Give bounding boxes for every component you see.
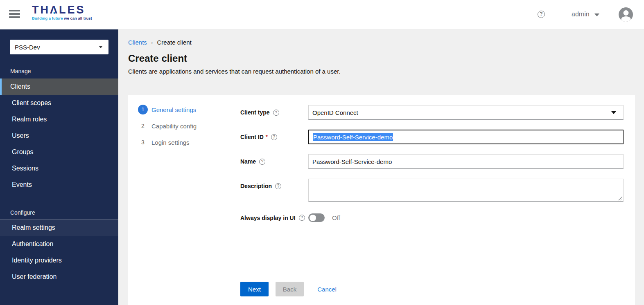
avatar[interactable] bbox=[619, 7, 633, 22]
page-subtitle: Clients are applications and services th… bbox=[128, 68, 644, 75]
client-id-input[interactable]: Password-Self-Service-demo bbox=[308, 130, 624, 144]
sidebar-item-user-federation[interactable]: User federation bbox=[0, 269, 118, 285]
always-display-toggle[interactable] bbox=[308, 213, 325, 222]
toggle-state-label: Off bbox=[332, 214, 340, 221]
page-title: Create client bbox=[128, 53, 644, 64]
user-menu-label[interactable]: admin bbox=[572, 11, 590, 18]
wizard-step-number: 1 bbox=[138, 105, 148, 114]
client-type-label: Client type ? bbox=[240, 105, 308, 120]
create-client-wizard-card: 1 General settings 2 Capability config 3… bbox=[128, 95, 635, 305]
breadcrumb-current: Create client bbox=[157, 39, 192, 46]
sidebar-item-label: User federation bbox=[12, 273, 56, 280]
name-input-value: Password-Self-Service-demo bbox=[312, 158, 392, 165]
main-content: 1 General settings 2 Capability config 3… bbox=[118, 86, 644, 305]
page-header-section: Clients › Create client Create client Cl… bbox=[118, 29, 644, 86]
client-type-select[interactable]: OpenID Connect bbox=[308, 105, 624, 120]
help-icon[interactable]: ? bbox=[271, 134, 277, 140]
help-icon[interactable]: ? bbox=[259, 159, 265, 165]
description-label: Description ? bbox=[240, 179, 308, 202]
wizard-step-label: General settings bbox=[151, 106, 196, 113]
sidebar-item-client-scopes[interactable]: Client scopes bbox=[0, 95, 118, 111]
description-textarea[interactable] bbox=[308, 179, 624, 202]
sidebar-item-groups[interactable]: Groups bbox=[0, 144, 118, 160]
description-row: Description ? bbox=[240, 179, 624, 202]
textarea-resize-handle-icon[interactable] bbox=[618, 196, 622, 200]
top-header-bar: THΛLES Building a future we can all trus… bbox=[0, 0, 644, 29]
wizard-step-capability-config[interactable]: 2 Capability config bbox=[128, 118, 229, 134]
wizard-step-number: 2 bbox=[138, 121, 148, 131]
nav-section-manage: Manage bbox=[10, 68, 118, 74]
sidebar-item-clients[interactable]: Clients bbox=[0, 78, 118, 95]
client-type-value: OpenID Connect bbox=[312, 109, 358, 116]
sidebar-item-label: Users bbox=[12, 132, 29, 139]
wizard-actions: Next Back Cancel bbox=[240, 282, 624, 296]
thales-logo-word: THΛLES bbox=[32, 4, 102, 16]
sidebar-item-label: Clients bbox=[10, 83, 30, 90]
sidebar-item-label: Client scopes bbox=[12, 99, 51, 107]
sidebar-item-realm-roles[interactable]: Realm roles bbox=[0, 111, 118, 128]
wizard-step-label: Login settings bbox=[151, 139, 190, 146]
wizard-step-general-settings[interactable]: 1 General settings bbox=[128, 101, 229, 118]
breadcrumb: Clients › Create client bbox=[128, 39, 644, 46]
name-input[interactable]: Password-Self-Service-demo bbox=[308, 154, 624, 169]
name-row: Name ? Password-Self-Service-demo bbox=[240, 154, 624, 169]
breadcrumb-separator-icon: › bbox=[151, 39, 153, 46]
sidebar-item-realm-settings[interactable]: Realm settings bbox=[0, 220, 118, 236]
name-label: Name ? bbox=[240, 154, 308, 169]
sidebar-item-authentication[interactable]: Authentication bbox=[0, 236, 118, 252]
wizard-step-label: Capability config bbox=[151, 123, 197, 130]
thales-logo: THΛLES Building a future we can all trus… bbox=[32, 4, 102, 20]
sidebar-item-label: Sessions bbox=[12, 165, 38, 172]
sidebar-nav: PSS-Dev Manage Clients Client scopes Rea… bbox=[0, 29, 118, 305]
thales-tagline: Building a future we can all trust bbox=[32, 16, 102, 20]
client-id-label: Client ID * ? bbox=[240, 130, 308, 144]
cancel-button[interactable]: Cancel bbox=[317, 282, 337, 296]
help-icon[interactable]: ? bbox=[273, 110, 279, 116]
sidebar-item-events[interactable]: Events bbox=[0, 177, 118, 193]
help-icon[interactable]: ? bbox=[538, 11, 545, 18]
next-button[interactable]: Next bbox=[240, 282, 269, 296]
sidebar-item-label: Realm roles bbox=[12, 116, 47, 123]
sidebar-item-label: Identity providers bbox=[12, 257, 62, 264]
sidebar-item-identity-providers[interactable]: Identity providers bbox=[0, 252, 118, 269]
realm-selector-value: PSS-Dev bbox=[15, 44, 40, 51]
avatar-body-shape bbox=[621, 16, 630, 22]
chevron-down-icon bbox=[611, 111, 616, 114]
sidebar-item-label: Groups bbox=[12, 148, 33, 156]
chevron-down-icon bbox=[99, 46, 103, 48]
avatar-head-shape bbox=[623, 10, 628, 16]
nav-section-configure: Configure bbox=[10, 209, 118, 219]
sidebar-item-label: Events bbox=[12, 181, 32, 188]
always-display-label: Always display in UI ? bbox=[240, 215, 308, 221]
wizard-step-nav: 1 General settings 2 Capability config 3… bbox=[128, 95, 229, 305]
sidebar-item-label: Authentication bbox=[12, 240, 53, 248]
client-id-row: Client ID * ? Password-Self-Service-demo bbox=[240, 130, 624, 144]
client-type-row: Client type ? OpenID Connect bbox=[240, 105, 624, 120]
always-display-row: Always display in UI ? Off bbox=[240, 213, 624, 222]
breadcrumb-clients-link[interactable]: Clients bbox=[128, 39, 147, 46]
help-icon[interactable]: ? bbox=[299, 215, 305, 221]
back-button[interactable]: Back bbox=[276, 282, 304, 296]
general-settings-form: Client type ? OpenID Connect Client ID *… bbox=[229, 95, 635, 305]
help-icon[interactable]: ? bbox=[275, 183, 281, 189]
required-asterisk: * bbox=[266, 134, 268, 140]
sidebar-item-sessions[interactable]: Sessions bbox=[0, 160, 118, 177]
realm-selector[interactable]: PSS-Dev bbox=[10, 40, 108, 54]
client-id-selected-text: Password-Self-Service-demo bbox=[313, 133, 393, 141]
thales-logo-a-triangle: Λ bbox=[50, 4, 59, 16]
hamburger-menu-icon[interactable] bbox=[9, 10, 20, 19]
toggle-knob bbox=[310, 215, 316, 221]
sidebar-item-users[interactable]: Users bbox=[0, 128, 118, 144]
user-menu-caret-icon[interactable] bbox=[594, 13, 599, 16]
sidebar-item-label: Realm settings bbox=[12, 224, 55, 231]
wizard-step-login-settings[interactable]: 3 Login settings bbox=[128, 134, 229, 150]
wizard-step-number: 3 bbox=[138, 137, 148, 147]
